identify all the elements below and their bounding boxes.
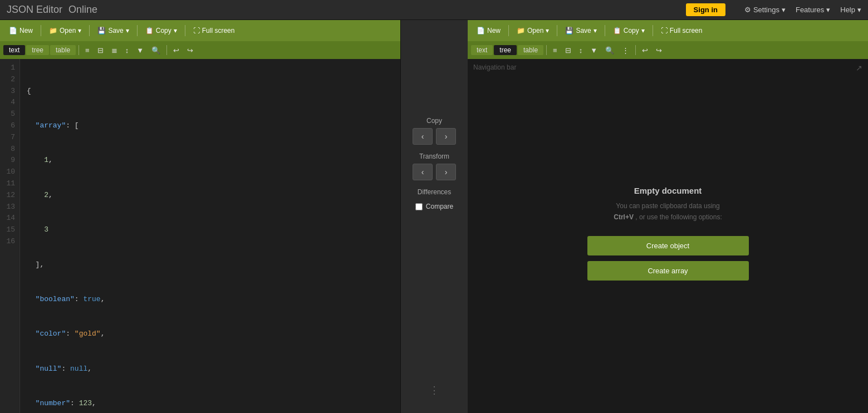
right-tab-table[interactable]: table [518,45,543,55]
code-line-10: "number": 123, [27,398,394,410]
transform-right-btn[interactable]: › [436,164,456,180]
right-content: Navigation bar ↗ Empty document You can … [468,59,868,413]
settings-link[interactable]: ⚙ Settings ▾ [744,6,786,14]
right-search-btn[interactable]: 🔍 [602,45,617,56]
copy-chevron-icon: ▾ [174,27,177,35]
open-external-icon[interactable]: ↗ [856,63,862,72]
right-open-button[interactable]: 📁 Open ▾ [512,25,553,36]
code-line-6: ], [27,259,394,271]
right-toolbar-sep1 [508,25,509,36]
left-tab-table[interactable]: table [50,45,76,55]
filter-btn[interactable]: ▼ [133,45,147,56]
app-title: JSON Editor Online [7,4,97,16]
right-tab-tree[interactable]: tree [494,45,517,55]
right-format-btn[interactable]: ≡ [550,45,561,56]
left-copy-button[interactable]: 📋 Copy ▾ [141,25,182,36]
right-fullscreen-icon: ⛶ [661,27,668,35]
format-expand-btn[interactable]: ⊟ [94,45,107,56]
right-save-button[interactable]: 💾 Save ▾ [561,25,601,36]
code-line-1: { [27,86,394,97]
copy-left-btn[interactable]: ‹ [413,128,433,145]
right-sort-btn[interactable]: ↕ [576,45,586,56]
transform-left-btn[interactable]: ‹ [413,164,433,180]
kbd-hint: Ctrl+V [614,213,634,221]
compare-checkbox[interactable] [415,203,423,210]
save-chevron-icon: ▾ [126,27,129,35]
right-save-icon: 💾 [565,27,573,35]
topbar: JSON Editor Online Sign in ⚙ Settings ▾ … [0,0,868,20]
redo-btn[interactable]: ↪ [184,45,197,56]
left-toolbar: 📄 New 📁 Open ▾ 💾 Save ▾ 📋 Copy ▾ [0,20,400,41]
right-redo-btn[interactable]: ↪ [653,45,665,56]
copy-right-btn[interactable]: › [436,128,456,145]
code-line-3: 1, [27,155,394,166]
left-tab-tree[interactable]: tree [26,45,49,55]
right-fullscreen-button[interactable]: ⛶ Full screen [656,25,707,36]
right-mode-toolbar: text tree table ≡ ⊟ ↕ ▼ 🔍 ⋮ ↩ ↪ [468,41,868,59]
transform-buttons: ‹ › [413,164,456,180]
create-array-button[interactable]: Create array [587,261,749,281]
middle-panel: Copy ‹ › Transform ‹ › Differences Compa… [401,20,468,413]
features-chevron-icon: ▾ [826,6,830,14]
copy-icon: 📋 [145,27,154,35]
format-compact-btn[interactable]: ≡ [82,45,93,56]
right-compact-btn[interactable]: ⊟ [562,45,575,56]
mode-sep1 [79,45,79,55]
open-chevron-icon: ▾ [78,27,81,35]
toolbar-sep3 [137,25,138,36]
left-new-button[interactable]: 📄 New [4,25,37,36]
copy-buttons: ‹ › [413,128,456,145]
empty-doc-title: Empty document [634,186,702,195]
right-more-btn[interactable]: ⋮ [619,45,632,56]
code-content[interactable]: { "array": [ 1, 2, 3 ], "boolean": true,… [20,59,400,413]
toolbar-sep1 [41,25,41,36]
left-save-button[interactable]: 💾 Save ▾ [93,25,133,36]
right-toolbar-sep4 [653,25,653,36]
right-folder-icon: 📁 [517,27,525,35]
right-filter-btn[interactable]: ▼ [587,45,601,56]
code-editor[interactable]: 1 2 3 4 5 6 7 8 9 10 11 12 13 14 15 16 [0,59,400,413]
new-file-icon: 📄 [9,27,17,35]
create-object-button[interactable]: Create object [587,236,749,255]
differences-label: Differences [418,188,451,196]
mode-sep2 [166,45,167,55]
right-panel: 📄 New 📁 Open ▾ 💾 Save ▾ 📋 Copy ▾ [468,20,868,413]
format-sort-btn[interactable]: ≣ [108,45,121,56]
folder-icon: 📁 [49,27,57,35]
left-open-button[interactable]: 📁 Open ▾ [45,25,86,36]
search-btn[interactable]: 🔍 [148,45,164,56]
code-line-5: 3 [27,224,394,236]
compare-label[interactable]: Compare [426,203,453,210]
app-name-bold: JSON Editor [7,4,62,15]
undo-btn[interactable]: ↩ [170,45,183,56]
features-link[interactable]: Features ▾ [796,6,830,14]
right-toolbar-sep3 [605,25,605,36]
right-tab-text[interactable]: text [471,45,493,55]
right-save-chevron-icon: ▾ [594,27,597,35]
help-link[interactable]: Help ▾ [840,6,861,14]
sign-in-button[interactable]: Sign in [686,3,725,16]
more-options-btn[interactable]: ⋮ [429,384,440,396]
right-undo-btn[interactable]: ↩ [639,45,651,56]
right-open-chevron-icon: ▾ [546,27,549,35]
code-line-7: "boolean": true, [27,294,394,306]
code-line-4: 2, [27,190,394,201]
right-mode-sep1 [546,45,547,55]
nav-bar-hint: Navigation bar [473,63,516,71]
right-copy-icon: 📋 [613,27,621,35]
left-tab-text[interactable]: text [3,45,25,55]
code-lines: 1 2 3 4 5 6 7 8 9 10 11 12 13 14 15 16 [0,59,400,413]
line-numbers: 1 2 3 4 5 6 7 8 9 10 11 12 13 14 15 16 [0,59,20,413]
sort-btn[interactable]: ↕ [122,45,133,56]
left-panel: 📄 New 📁 Open ▾ 💾 Save ▾ 📋 Copy ▾ [0,20,401,413]
code-line-8: "color": "gold", [27,328,394,340]
transform-label: Transform [419,153,449,160]
code-line-2: "array": [ [27,120,394,132]
left-fullscreen-button[interactable]: ⛶ Full screen [189,25,239,36]
right-copy-button[interactable]: 📋 Copy ▾ [609,25,649,36]
save-icon: 💾 [97,27,106,35]
right-new-button[interactable]: 📄 New [472,25,505,36]
right-mode-sep2 [635,45,636,55]
right-toolbar: 📄 New 📁 Open ▾ 💾 Save ▾ 📋 Copy ▾ [468,20,868,41]
help-chevron-icon: ▾ [857,6,861,14]
